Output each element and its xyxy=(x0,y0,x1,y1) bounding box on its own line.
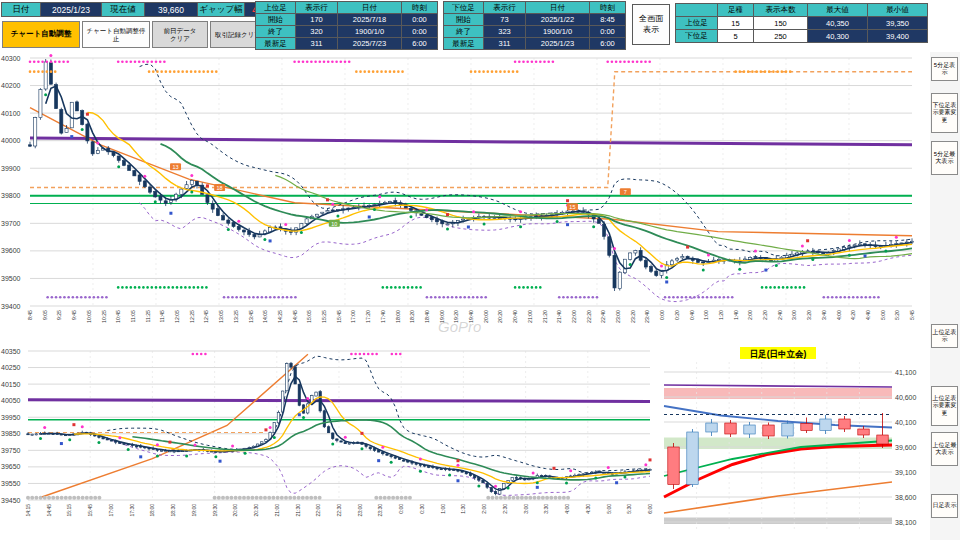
svg-text:1:00: 1:00 xyxy=(703,310,709,320)
svg-text:0:30: 0:30 xyxy=(419,504,425,514)
svg-text:2:30: 2:30 xyxy=(502,504,508,514)
svg-text:15:15: 15:15 xyxy=(66,504,72,517)
current-price-label: 現在値 xyxy=(101,2,145,17)
table-cell: 6:00 xyxy=(401,37,438,50)
upper-chart-panel: 4030040200401004000039900398003970039600… xyxy=(0,52,930,346)
svg-text:2:00: 2:00 xyxy=(481,504,487,514)
svg-text:13:45: 13:45 xyxy=(248,310,254,323)
svg-text:8:45: 8:45 xyxy=(27,310,33,320)
svg-text:10:45: 10:45 xyxy=(115,310,121,323)
svg-text:2:40: 2:40 xyxy=(777,310,783,320)
svg-text:15:25: 15:25 xyxy=(321,310,327,323)
svg-text:5:45: 5:45 xyxy=(909,310,915,320)
table-cell: 下位足 xyxy=(675,29,718,43)
svg-text:40000: 40000 xyxy=(1,137,21,144)
svg-text:20:20: 20:20 xyxy=(497,310,503,323)
sidebar-button-3[interactable]: 上位足表示 xyxy=(931,324,958,348)
sidebar-button-0[interactable]: 5分足表示 xyxy=(931,57,958,81)
svg-text:10: 10 xyxy=(331,221,337,227)
svg-text:12:25: 12:25 xyxy=(189,310,195,323)
date-value: 2025/1/23 xyxy=(40,2,102,17)
sidebar-button-6[interactable]: 日足表示 xyxy=(931,494,958,518)
svg-text:0:20: 0:20 xyxy=(674,310,680,320)
svg-text:39500: 39500 xyxy=(1,275,21,282)
svg-text:22:30: 22:30 xyxy=(336,504,342,517)
svg-text:18:00: 18:00 xyxy=(149,504,155,517)
svg-text:20:00: 20:00 xyxy=(483,310,489,323)
bar-settings-table: 足種表示本数最大値最小値上位足1515040,35039,350下位足52504… xyxy=(676,4,928,43)
header-button-row: チャート自動調整チャート自動調整停止前日データ クリア取引記録クリア xyxy=(2,21,266,48)
table-cell[interactable]: 150 xyxy=(753,16,808,30)
svg-text:3:30: 3:30 xyxy=(543,504,549,514)
info-bar: 日付 2025/1/23 現在値 39,660 ギャップ幅 40 xyxy=(2,2,270,17)
svg-text:39650: 39650 xyxy=(1,463,21,470)
svg-text:18:40: 18:40 xyxy=(424,310,430,323)
svg-text:39450: 39450 xyxy=(1,497,21,504)
svg-text:23:30: 23:30 xyxy=(377,504,383,517)
svg-text:22:20: 22:20 xyxy=(586,310,592,323)
y-axis-labels: 4030040200401004000039900398003970039600… xyxy=(1,55,21,310)
fullscreen-button[interactable]: 全画面 表示 xyxy=(632,4,670,45)
svg-text:40150: 40150 xyxy=(1,381,21,388)
svg-text:5:00: 5:00 xyxy=(880,310,886,320)
table-cell xyxy=(675,3,718,17)
svg-text:20:00: 20:00 xyxy=(232,504,238,517)
sidebar-button-2[interactable]: 5分足最大表示 xyxy=(931,141,958,175)
table-cell: 上位足 xyxy=(675,16,718,30)
svg-text:39750: 39750 xyxy=(1,447,21,454)
signal-dot-rows xyxy=(26,353,570,500)
lower-chart-panel: 4035040250401504005039950398503975039650… xyxy=(0,346,658,540)
svg-text:17:20: 17:20 xyxy=(365,310,371,323)
table-cell[interactable]: 5 xyxy=(717,29,754,43)
svg-text:39,100: 39,100 xyxy=(895,469,917,476)
table-cell: 40,350 xyxy=(807,16,868,30)
svg-text:0:00: 0:00 xyxy=(398,504,404,514)
svg-text:40300: 40300 xyxy=(1,55,21,62)
svg-text:18: 18 xyxy=(217,185,223,191)
header-button-1[interactable]: チャート自動調整停止 xyxy=(82,21,150,48)
upper-timeframe-table: 上位足表示行日付時刻開始1702025/7/180:00終了3201900/1/… xyxy=(256,2,438,50)
gap-width-label: ギャップ幅 xyxy=(197,2,245,17)
svg-text:4:00: 4:00 xyxy=(836,310,842,320)
moving-average-lines xyxy=(46,86,912,271)
svg-text:12:05: 12:05 xyxy=(174,310,180,323)
svg-text:40100: 40100 xyxy=(1,110,21,117)
svg-text:18:00: 18:00 xyxy=(395,310,401,323)
svg-text:21:40: 21:40 xyxy=(556,310,562,323)
date-label: 日付 xyxy=(1,2,41,17)
volatility-band xyxy=(107,356,650,495)
svg-text:17:00: 17:00 xyxy=(350,310,356,323)
header-button-2[interactable]: 前日データ クリア xyxy=(152,21,208,48)
svg-text:23:00: 23:00 xyxy=(615,310,621,323)
sidebar-button-1[interactable]: 下位足表示要素変更 xyxy=(931,93,958,133)
svg-text:14:25: 14:25 xyxy=(277,310,283,323)
svg-text:15:05: 15:05 xyxy=(306,310,312,323)
svg-text:14:45: 14:45 xyxy=(46,504,52,517)
volatility-band xyxy=(140,64,912,302)
svg-text:9:05: 9:05 xyxy=(42,310,48,320)
table-cell[interactable]: 15 xyxy=(717,16,754,30)
svg-text:40250: 40250 xyxy=(1,364,21,371)
x-axis-labels: 14:1514:4515:1515:4517:0017:3018:0018:30… xyxy=(25,504,653,517)
svg-text:18:20: 18:20 xyxy=(409,310,415,323)
sidebar-button-5[interactable]: 上位足最大表示 xyxy=(931,432,958,466)
sidebar-button-4[interactable]: 上位足表示要素変更 xyxy=(931,386,958,426)
header-button-0[interactable]: チャート自動調整 xyxy=(2,21,80,48)
svg-text:19:00: 19:00 xyxy=(439,310,445,323)
table-cell: 2025/7/23 xyxy=(337,37,402,50)
svg-text:23:00: 23:00 xyxy=(357,504,363,517)
svg-text:14:45: 14:45 xyxy=(292,310,298,323)
svg-text:2:00: 2:00 xyxy=(747,310,753,320)
table-cell: 6:00 xyxy=(589,37,626,50)
svg-text:1:40: 1:40 xyxy=(733,310,739,320)
svg-text:39700: 39700 xyxy=(1,220,21,227)
svg-text:23:40: 23:40 xyxy=(644,310,650,323)
svg-text:6:00: 6:00 xyxy=(647,504,653,514)
svg-text:20:30: 20:30 xyxy=(253,504,259,517)
y-axis-labels: 41,10040,60040,10039,60039,10038,60038,1… xyxy=(895,369,917,526)
table-cell[interactable]: 250 xyxy=(753,29,808,43)
table-cell: 最小値 xyxy=(867,3,928,17)
svg-text:10:05: 10:05 xyxy=(86,310,92,323)
svg-text:13:25: 13:25 xyxy=(233,310,239,323)
current-price-value: 39,660 xyxy=(144,2,198,17)
